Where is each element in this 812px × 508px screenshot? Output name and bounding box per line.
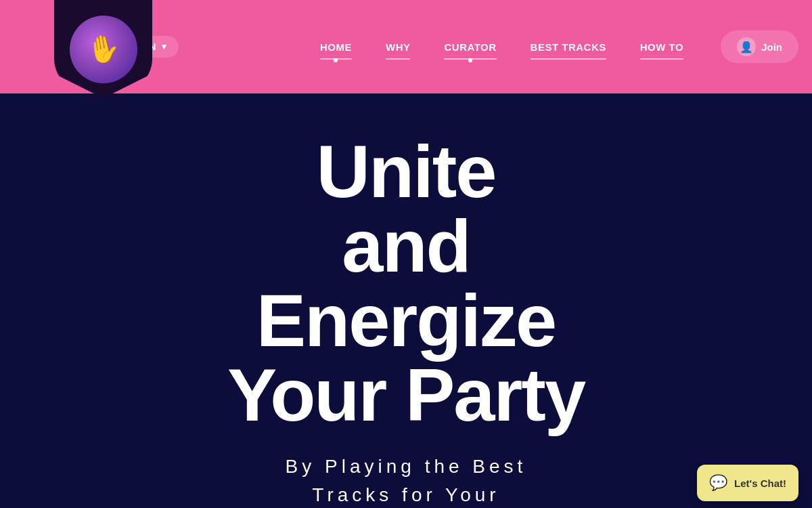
nav-item-home[interactable]: HOME bbox=[303, 35, 369, 60]
hero-title: Unite and Energize Your Party bbox=[227, 134, 585, 432]
chat-label: Let's Chat! bbox=[734, 478, 786, 489]
logo-container[interactable]: ✋ bbox=[54, 0, 152, 98]
nav-item-why[interactable]: WHY bbox=[369, 35, 428, 60]
chat-widget[interactable]: 💬 Let's Chat! bbox=[697, 465, 798, 501]
join-label: Join bbox=[761, 41, 782, 53]
join-button[interactable]: 👤 Join bbox=[721, 30, 798, 63]
nav-item-best-tracks[interactable]: BEST TRACKS bbox=[514, 35, 623, 60]
subtitle-line2: Tracks for Your bbox=[286, 481, 527, 508]
hero-line2: and bbox=[227, 209, 585, 283]
logo-hand-icon: ✋ bbox=[84, 30, 122, 68]
hero-subtitle: By Playing the Best Tracks for Your bbox=[286, 452, 527, 508]
main-nav: HOME WHY CURATOR BEST TRACKS HOW TO bbox=[303, 35, 700, 60]
header: ✋ EN ▼ HOME WHY CURATOR BEST TRACKS HOW … bbox=[0, 0, 812, 93]
subtitle-line1: By Playing the Best bbox=[286, 452, 527, 481]
chevron-down-icon: ▼ bbox=[160, 42, 168, 51]
hero-line3: Energize bbox=[227, 283, 585, 358]
nav-item-how-to[interactable]: HOW TO bbox=[623, 35, 700, 60]
hero-line1: Unite bbox=[227, 134, 585, 209]
hero-line4: Your Party bbox=[227, 358, 585, 432]
nav-item-curator[interactable]: CURATOR bbox=[427, 35, 513, 60]
main-content: Unite and Energize Your Party By Playing… bbox=[0, 93, 812, 508]
chat-icon: 💬 bbox=[709, 474, 727, 492]
logo-circle: ✋ bbox=[70, 16, 137, 83]
account-icon: 👤 bbox=[737, 37, 756, 56]
